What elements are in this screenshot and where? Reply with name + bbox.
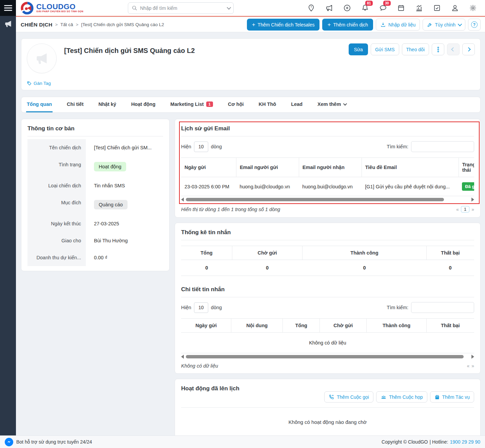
more-actions-button[interactable] (432, 43, 444, 55)
sms-detail-table: Ngày gửi Nội dung Tổng Chờ gửi Thành côn… (181, 318, 474, 353)
rows-per-page-input[interactable] (194, 302, 208, 313)
settings-gear-icon[interactable] (469, 4, 477, 12)
scrollbar-thumb[interactable] (186, 198, 444, 201)
sidebar-item-campaigns[interactable] (0, 16, 16, 32)
scheduled-activities-title: Hoạt động đã lên lịch (181, 384, 239, 396)
add-task-button[interactable]: Thêm Tác vụ (430, 391, 474, 403)
horizontal-scrollbar[interactable] (181, 197, 474, 202)
current-page-button[interactable]: 1 (461, 206, 470, 212)
column-header[interactable]: Thất bại (426, 319, 474, 333)
column-header[interactable]: Thành công (367, 319, 426, 333)
next-page-button[interactable]: » (471, 207, 474, 212)
add-telesales-campaign-button[interactable]: + Thêm Chiến dịch Telesales (247, 19, 320, 31)
chevron-left-icon (451, 47, 455, 52)
plus-icon: + (252, 22, 255, 27)
calendar-icon[interactable] (397, 4, 405, 12)
add-meeting-button[interactable]: Thêm Cuộc họp (376, 391, 427, 403)
messages-chat-icon[interactable]: 30 (379, 4, 387, 12)
user-icon[interactable] (451, 4, 459, 12)
add-campaign-button[interactable]: + Thêm chiến dịch (322, 19, 373, 31)
global-search-input[interactable] (140, 5, 224, 11)
hamburger-icon (4, 4, 12, 12)
sms-detail-title: Chi tiết tin nhắn (181, 285, 474, 297)
next-record-button[interactable] (462, 43, 475, 55)
horizontal-scrollbar[interactable] (181, 354, 474, 359)
scroll-right-arrow-icon[interactable] (471, 355, 474, 359)
sms-stats-table: Tổng Chờ gửi Thành công Thất bại 0 0 0 0 (181, 246, 474, 276)
email-history-table: Ngày gửi Email người gửi Email người nhậ… (181, 157, 474, 196)
scroll-left-arrow-icon[interactable] (181, 198, 184, 202)
column-header[interactable]: Tổng (283, 319, 320, 333)
cloudgo-logo[interactable]: CLOUDGO GIẢI PHÁP CHUYỂN ĐỔI SỐ TINH GỌN (16, 2, 104, 15)
kebab-menu-icon (435, 46, 441, 53)
column-header[interactable]: Ngày gửi (181, 158, 236, 177)
previous-record-button[interactable] (447, 43, 460, 55)
assign-tag-link[interactable]: Gán Tag (27, 81, 51, 86)
previous-page-button[interactable]: « (467, 363, 469, 369)
tab-xem-them[interactable]: Xem thêm (317, 97, 347, 112)
chevron-down-icon[interactable] (227, 5, 231, 10)
tab-co-hoi[interactable]: Cơ hội (227, 97, 245, 112)
scroll-right-arrow-icon[interactable] (471, 198, 474, 202)
hotline-label: | Hotline: (429, 439, 448, 445)
tab-tong-quan[interactable]: Tổng quan (26, 97, 53, 112)
reports-chart-icon[interactable] (415, 4, 423, 12)
next-page-button[interactable]: » (471, 363, 474, 369)
sms-detail-search-input[interactable] (411, 302, 474, 313)
stat-pending: 0 (232, 260, 302, 276)
column-header[interactable]: Email người nhận (299, 158, 362, 177)
customize-button[interactable]: Tùy chỉnh (423, 19, 465, 31)
breadcrumb-module[interactable]: CHIẾN DỊCH (21, 22, 52, 28)
column-header[interactable]: Nội dung (231, 319, 283, 333)
send-sms-button[interactable]: Gửi SMS (371, 43, 399, 55)
table-row[interactable]: 23-03-2025 6:00 PM huong.bui@cloudgo.vn … (181, 177, 474, 196)
rows-unit-label: dòng (211, 305, 222, 310)
column-header[interactable]: Tiêu đề Email (362, 158, 459, 177)
scheduled-activities-card: Hoạt động đã lên lịch Thêm Cuộc gọi (175, 379, 481, 435)
tab-chi-tiet[interactable]: Chi tiết (66, 97, 84, 112)
megaphone-icon[interactable] (325, 4, 333, 12)
support-bot-link[interactable]: Bot hỗ trợ sử dụng trực tuyến 24/24 (5, 438, 92, 446)
email-sent-date: 23-03-2025 6:00 PM (181, 177, 236, 196)
svg-text:?: ? (310, 5, 312, 9)
global-search-box[interactable] (128, 2, 234, 14)
table-search-label: Tìm kiếm: (387, 305, 408, 310)
column-header: Thành công (303, 246, 426, 260)
edit-button[interactable]: Sửa (349, 43, 368, 55)
campaign-title: [Test] Chiến dịch gửi SMS Quảng cáo L2 (64, 47, 195, 73)
rows-per-page-input[interactable] (194, 142, 208, 152)
main-content: [Test] Chiến dịch gửi SMS Quảng cáo L2 S… (16, 32, 485, 435)
rows-unit-label: dòng (211, 144, 222, 149)
add-plus-circle-icon[interactable] (343, 4, 351, 12)
scroll-left-arrow-icon[interactable] (181, 355, 184, 359)
help-location-icon[interactable]: ? (307, 4, 315, 12)
column-header[interactable]: Email người gửi (236, 158, 299, 177)
help-button[interactable]: ? (468, 19, 481, 31)
email-history-title: Lịch sử gửi Email (181, 124, 474, 136)
previous-page-button[interactable]: « (456, 207, 459, 212)
follow-button[interactable]: Theo dõi (402, 43, 429, 55)
tab-kh-tho[interactable]: KH Thô (258, 97, 277, 112)
email-history-search-input[interactable] (411, 141, 474, 152)
basic-info-title: Thông tin cơ bản (27, 124, 163, 136)
import-data-button[interactable]: Nhập dữ liệu (376, 19, 420, 31)
breadcrumb-item-all[interactable]: Tất cả (60, 22, 73, 27)
tab-marketing-list[interactable]: Marketing List 1 (170, 97, 214, 112)
hamburger-menu-button[interactable] (0, 0, 16, 16)
table-search-label: Tìm kiếm: (387, 144, 408, 149)
campaign-avatar (27, 43, 57, 73)
tasks-check-icon[interactable] (433, 4, 441, 12)
tab-lead[interactable]: Lead (290, 97, 303, 112)
column-header[interactable]: Chờ gửi (320, 319, 367, 333)
hotline-number[interactable]: 1900 29 29 90 (450, 439, 480, 445)
column-header[interactable]: Trạng thái (459, 158, 474, 177)
tab-nhat-ky[interactable]: Nhật ký (98, 97, 117, 112)
column-header[interactable]: Ngày gửi (181, 319, 231, 333)
notifications-bell-icon[interactable]: 81 (361, 4, 369, 12)
scrollbar-thumb[interactable] (186, 355, 464, 358)
add-call-button[interactable]: Thêm Cuộc gọi (324, 391, 373, 403)
tab-hoat-dong[interactable]: Hoạt động (131, 97, 156, 112)
info-row-expected-revenue: Doanh thu dự kiến... 0.00 ₫ (27, 249, 163, 266)
stat-total: 0 (181, 260, 232, 276)
footer-bar: Bot hỗ trợ sử dụng trực tuyến 24/24 Copy… (0, 435, 485, 448)
